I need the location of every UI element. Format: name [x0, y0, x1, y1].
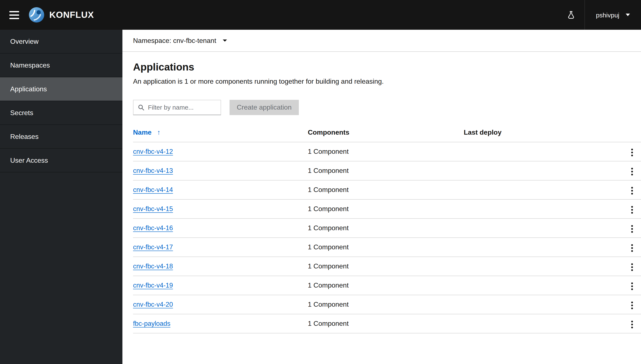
- row-actions-kebab-button[interactable]: [629, 184, 635, 197]
- hamburger-icon: [9, 11, 19, 19]
- kebab-icon: [631, 321, 633, 328]
- kebab-icon: [631, 302, 633, 309]
- main-content: Namespace: cnv-fbc-tenant Applications A…: [122, 30, 641, 364]
- last-deploy-cell: [464, 142, 623, 161]
- row-actions-kebab-button[interactable]: [629, 299, 635, 312]
- create-application-button[interactable]: Create application: [229, 100, 299, 115]
- application-link[interactable]: cnv-fbc-v4-14: [133, 186, 173, 193]
- application-link[interactable]: cnv-fbc-v4-20: [133, 301, 173, 308]
- application-link[interactable]: cnv-fbc-v4-19: [133, 282, 173, 289]
- kebab-icon: [631, 187, 633, 194]
- components-header: Components: [308, 129, 464, 142]
- sidebar-item-releases[interactable]: Releases: [0, 125, 122, 149]
- sidebar-item-overview[interactable]: Overview: [0, 30, 122, 54]
- sidebar: Overview Namespaces Applications Secrets…: [0, 30, 122, 364]
- brand[interactable]: KONFLUX: [29, 7, 94, 23]
- sidebar-item-label: Namespaces: [10, 61, 50, 69]
- last-deploy-cell: [464, 161, 623, 180]
- sort-by-name-button[interactable]: Name ↑: [133, 129, 160, 136]
- chevron-down-icon: [626, 14, 630, 16]
- kebab-icon: [631, 282, 633, 290]
- components-cell: 1 Component: [308, 161, 464, 180]
- sidebar-item-applications[interactable]: Applications: [0, 77, 122, 101]
- kebab-icon: [631, 206, 633, 214]
- kebab-icon: [631, 244, 633, 252]
- table-row: cnv-fbc-v4-18 1 Component: [133, 257, 641, 276]
- last-deploy-cell: [464, 257, 623, 276]
- row-actions-kebab-button[interactable]: [629, 222, 635, 235]
- toolbar: Create application: [133, 100, 641, 115]
- kebab-icon: [631, 149, 633, 156]
- page-title: Applications: [133, 61, 641, 74]
- sidebar-item-label: Releases: [10, 133, 39, 140]
- sidebar-item-label: User Access: [10, 156, 48, 164]
- name-header-label: Name: [133, 129, 152, 136]
- namespace-selector[interactable]: Namespace: cnv-fbc-tenant: [133, 37, 227, 44]
- flask-icon: [568, 11, 574, 19]
- components-cell: 1 Component: [308, 200, 464, 218]
- page-description: An application is 1 or more components r…: [133, 78, 641, 85]
- application-link[interactable]: cnv-fbc-v4-18: [133, 262, 173, 270]
- components-cell: 1 Component: [308, 276, 464, 295]
- table-row: cnv-fbc-v4-17 1 Component: [133, 238, 641, 257]
- row-actions-kebab-button[interactable]: [629, 280, 635, 293]
- application-link[interactable]: cnv-fbc-v4-12: [133, 148, 173, 155]
- namespace-bar: Namespace: cnv-fbc-tenant: [122, 30, 641, 52]
- table-head: Name ↑ Components Last deploy: [133, 129, 641, 142]
- sidebar-item-user-access[interactable]: User Access: [0, 149, 122, 172]
- username: pshivpuj: [596, 11, 619, 18]
- konflux-app: KONFLUX pshivpuj Overview Name: [0, 0, 641, 364]
- filter-by-name-input[interactable]: [144, 104, 221, 111]
- application-link[interactable]: cnv-fbc-v4-17: [133, 243, 173, 250]
- components-cell: 1 Component: [308, 257, 464, 276]
- kebab-icon: [631, 263, 633, 271]
- row-actions-kebab-button[interactable]: [629, 318, 635, 331]
- sidebar-item-label: Applications: [10, 85, 47, 93]
- last-deploy-cell: [464, 238, 623, 257]
- table-row: cnv-fbc-v4-20 1 Component: [133, 295, 641, 314]
- last-deploy-cell: [464, 218, 623, 238]
- applications-page: Applications An application is 1 or more…: [122, 52, 641, 334]
- brand-name: KONFLUX: [49, 10, 94, 20]
- namespace-label: Namespace: cnv-fbc-tenant: [133, 37, 216, 44]
- row-actions-kebab-button[interactable]: [629, 165, 635, 178]
- row-actions-kebab-button[interactable]: [629, 204, 635, 216]
- sidebar-item-secrets[interactable]: Secrets: [0, 101, 122, 125]
- table-row: cnv-fbc-v4-13 1 Component: [133, 161, 641, 180]
- sidebar-item-namespaces[interactable]: Namespaces: [0, 54, 122, 77]
- row-actions-kebab-button[interactable]: [629, 261, 635, 274]
- table-body: cnv-fbc-v4-12 1 Component: [133, 142, 641, 333]
- row-actions-kebab-button[interactable]: [629, 242, 635, 254]
- application-link[interactable]: fbc-payloads: [133, 320, 170, 327]
- search-icon: [138, 104, 144, 110]
- table-row: cnv-fbc-v4-16 1 Component: [133, 218, 641, 238]
- kebab-icon: [631, 225, 633, 233]
- last-deploy-cell: [464, 295, 623, 314]
- components-cell: 1 Component: [308, 238, 464, 257]
- table-header-row: Name ↑ Components Last deploy: [133, 129, 641, 142]
- table-row: cnv-fbc-v4-19 1 Component: [133, 276, 641, 295]
- application-link[interactable]: cnv-fbc-v4-16: [133, 224, 173, 232]
- last-deploy-cell: [464, 180, 623, 200]
- components-cell: 1 Component: [308, 218, 464, 238]
- experimental-features-button[interactable]: [558, 0, 584, 30]
- components-cell: 1 Component: [308, 180, 464, 200]
- filter-group: [133, 100, 221, 115]
- table-row: cnv-fbc-v4-15 1 Component: [133, 200, 641, 218]
- applications-table: Name ↑ Components Last deploy: [133, 129, 641, 334]
- last-deploy-cell: [464, 276, 623, 295]
- application-link[interactable]: cnv-fbc-v4-15: [133, 205, 173, 212]
- last-deploy-cell: [464, 200, 623, 218]
- table-row: cnv-fbc-v4-12 1 Component: [133, 142, 641, 161]
- row-actions-kebab-button[interactable]: [629, 146, 635, 159]
- components-cell: 1 Component: [308, 142, 464, 161]
- user-menu[interactable]: pshivpuj: [584, 0, 641, 30]
- components-cell: 1 Component: [308, 295, 464, 314]
- masthead-actions: pshivpuj: [558, 0, 641, 30]
- actions-header: [623, 129, 641, 142]
- application-link[interactable]: cnv-fbc-v4-13: [133, 167, 173, 174]
- sort-ascending-icon: ↑: [157, 129, 160, 136]
- global-nav-toggle-button[interactable]: [5, 6, 23, 23]
- components-cell: 1 Component: [308, 314, 464, 333]
- table-row: cnv-fbc-v4-14 1 Component: [133, 180, 641, 200]
